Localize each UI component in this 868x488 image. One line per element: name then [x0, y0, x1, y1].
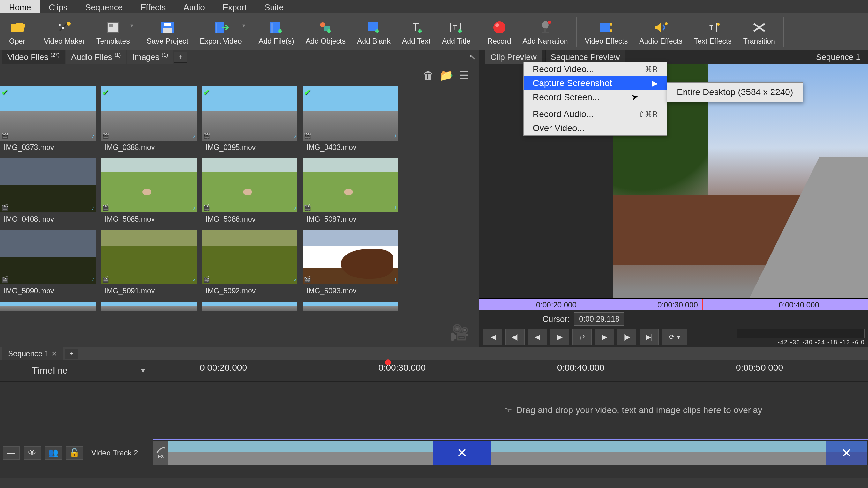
- timeline-tracks-area[interactable]: 0:00:20.000 0:00:30.000 0:00:40.000 0:00…: [153, 360, 868, 478]
- video-maker-button[interactable]: Video Maker: [38, 13, 91, 50]
- export-video-button[interactable]: Export Video▼: [194, 13, 247, 50]
- menu-over-video[interactable]: Over Video...: [524, 121, 666, 135]
- media-item[interactable]: 🎬♪IMG_5093.mov: [303, 230, 398, 295]
- skip-end-button[interactable]: ▶|: [640, 329, 659, 345]
- add-objects-button[interactable]: Add Objects: [300, 13, 351, 50]
- media-item[interactable]: 🎬♪IMG_5087.mov: [303, 158, 398, 224]
- next-clip-button[interactable]: |▶: [617, 329, 636, 345]
- media-item[interactable]: [101, 302, 196, 311]
- templates-button[interactable]: Templates▼: [91, 13, 135, 50]
- overlay-track[interactable]: ☞Drag and drop your video, text and imag…: [153, 382, 868, 439]
- track-lock-button[interactable]: 🔓: [66, 446, 83, 460]
- svg-point-1: [59, 24, 61, 26]
- menu-entire-desktop[interactable]: Entire Desktop (3584 x 2240): [667, 85, 803, 100]
- step-back-button[interactable]: ◀: [528, 329, 547, 345]
- timeline-ruler[interactable]: 0:00:20.000 0:00:30.000 0:00:40.000 0:00…: [153, 360, 868, 382]
- timeline-mode-dropdown[interactable]: Timeline▼: [0, 360, 153, 382]
- skip-start-button[interactable]: |◀: [483, 329, 502, 345]
- timeline-clip[interactable]: [602, 441, 714, 465]
- timeline-panel: Timeline▼ — 👁 👥 🔓 Video Track 2 0:00:20.…: [0, 360, 868, 478]
- tab-video-files[interactable]: Video Files (27): [2, 50, 65, 64]
- timeline-clip[interactable]: [213, 441, 328, 465]
- preview-scrubber[interactable]: 0:00:20.000 0:00:30.000 0:00:40.000: [479, 298, 868, 310]
- trash-icon[interactable]: 🗑: [422, 69, 435, 82]
- add-narration-button[interactable]: Add Narration: [517, 13, 574, 50]
- media-item[interactable]: [202, 302, 298, 311]
- close-icon[interactable]: ✕: [51, 350, 57, 358]
- svg-point-2: [62, 27, 64, 29]
- save-project-button[interactable]: Save Project: [141, 13, 194, 50]
- record-button[interactable]: Record: [482, 13, 517, 50]
- timeline-transition[interactable]: ✕: [433, 441, 491, 465]
- menu-sequence[interactable]: Sequence: [76, 0, 131, 13]
- menu-clips[interactable]: Clips: [40, 0, 76, 13]
- open-button[interactable]: Open: [3, 13, 33, 50]
- track-collapse-button[interactable]: —: [3, 446, 20, 460]
- step-forward-button[interactable]: ▶: [595, 329, 614, 345]
- media-item[interactable]: 🎬♪IMG_0408.mov: [0, 158, 96, 224]
- cursor-time-field[interactable]: 0:00:29.118: [574, 312, 624, 326]
- list-view-icon[interactable]: ☰: [458, 69, 471, 82]
- media-item[interactable]: ✔🎬♪IMG_0395.mov: [202, 87, 298, 152]
- menu-record-audio[interactable]: Record Audio...⇧⌘R: [524, 107, 666, 121]
- loop-button[interactable]: ⇄: [572, 329, 592, 345]
- media-item[interactable]: [0, 302, 96, 311]
- audio-badge-icon: ♪: [192, 276, 195, 283]
- video-track-2[interactable]: FX ✕ ✕: [153, 439, 868, 466]
- add-title-button[interactable]: TAdd Title: [436, 13, 476, 50]
- media-item[interactable]: 🎬♪IMG_5091.mov: [101, 230, 196, 295]
- menu-effects[interactable]: Effects: [131, 0, 175, 13]
- media-item[interactable]: ✔🎬♪IMG_0388.mov: [101, 87, 196, 152]
- menu-record-video[interactable]: Record Video...⌘R: [524, 62, 666, 76]
- play-button[interactable]: ▶: [550, 329, 569, 345]
- text-effects-button[interactable]: TText Effects: [688, 13, 737, 50]
- preview-playhead[interactable]: [702, 298, 703, 310]
- media-item[interactable]: 🎬♪IMG_5085.mov: [101, 158, 196, 224]
- tab-audio-files[interactable]: Audio Files (1): [66, 50, 126, 64]
- transition-button[interactable]: Transition: [738, 13, 781, 50]
- menu-suite[interactable]: Suite: [256, 0, 292, 13]
- folder-open-icon: [10, 21, 26, 34]
- timeline-clip[interactable]: [168, 441, 213, 465]
- add-timeline-tab-button[interactable]: +: [65, 349, 78, 359]
- prev-clip-button[interactable]: ◀|: [505, 329, 525, 345]
- timeline-clip[interactable]: [328, 441, 433, 465]
- fx-button[interactable]: FX: [153, 441, 168, 465]
- speed-button[interactable]: ⟳ ▾: [662, 329, 687, 345]
- audio-effects-button[interactable]: Audio Effects: [633, 13, 688, 50]
- media-item[interactable]: 🎬♪IMG_5090.mov: [0, 230, 96, 295]
- menu-audio[interactable]: Audio: [175, 0, 214, 13]
- menu-capture-screenshot[interactable]: Capture Screenshot▶: [524, 76, 666, 90]
- menu-record-screen[interactable]: Record Screen...: [524, 90, 666, 104]
- tab-images[interactable]: Images (1): [127, 50, 173, 64]
- add-text-button[interactable]: TAdd Text: [396, 13, 436, 50]
- menu-export[interactable]: Export: [214, 0, 256, 13]
- timeline-clip[interactable]: [714, 441, 826, 465]
- add-files-icon: [268, 21, 284, 34]
- pin-icon[interactable]: ⇱: [468, 52, 475, 62]
- camera-icon[interactable]: 🎥: [450, 323, 469, 341]
- media-item[interactable]: ✔🎬♪IMG_0373.mov: [0, 87, 96, 152]
- menu-home[interactable]: Home: [0, 0, 40, 13]
- timeline-tab-sequence-1[interactable]: Sequence 1✕: [2, 347, 63, 360]
- timeline-transition[interactable]: ✕: [826, 441, 867, 465]
- media-item[interactable]: 🎬♪IMG_5086.mov: [202, 158, 298, 224]
- timeline-clip[interactable]: [491, 441, 602, 465]
- track-visibility-button[interactable]: 👁: [24, 446, 41, 460]
- timeline-playhead[interactable]: [388, 360, 389, 479]
- video-effects-icon: [598, 21, 614, 34]
- track-label: Video Track 2: [87, 449, 138, 457]
- media-item[interactable]: ✔🎬♪IMG_0403.mov: [303, 87, 398, 152]
- media-item[interactable]: 🎬♪IMG_5092.mov: [202, 230, 298, 295]
- add-tab-button[interactable]: +: [174, 52, 187, 63]
- add-files-button[interactable]: Add File(s): [253, 13, 300, 50]
- audio-badge-icon: ♪: [394, 276, 397, 283]
- track-solo-button[interactable]: 👥: [45, 446, 62, 460]
- menu-divider: [524, 105, 666, 106]
- add-blank-button[interactable]: Add Blank: [351, 13, 396, 50]
- media-item[interactable]: [303, 302, 398, 311]
- add-folder-icon[interactable]: 📁+: [440, 69, 453, 82]
- overlay-hint-text: ☞Drag and drop your video, text and imag…: [504, 405, 763, 416]
- audio-badge-icon: ♪: [293, 276, 296, 283]
- video-effects-button[interactable]: Video Effects: [579, 13, 634, 50]
